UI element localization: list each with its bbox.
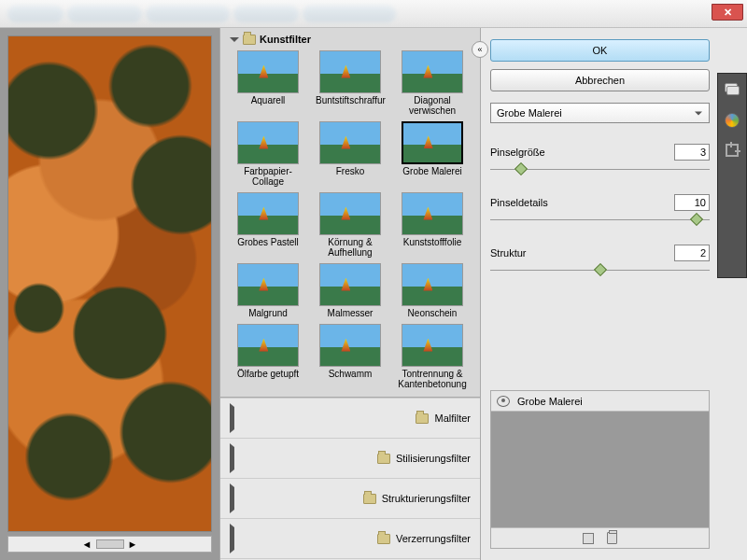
preview-scrollbar[interactable]: ◄ ►: [7, 536, 212, 553]
category-label: Kunstfilter: [260, 34, 311, 45]
category-stilisierungsfilter[interactable]: Stilisierungsfilter: [220, 438, 480, 478]
window-close-button[interactable]: ✕: [712, 4, 743, 21]
filter-thumbnail: [402, 192, 463, 235]
filter-thumbnail: [319, 192, 381, 235]
chevron-right-icon: [230, 403, 410, 433]
filter-schwamm[interactable]: Schwamm: [312, 324, 388, 389]
filter-thumbnail: [319, 263, 381, 306]
filter-kunststofffolie[interactable]: Kunststofffolie: [394, 192, 471, 258]
filter-label: Tontrennung & Kantenbetonung: [398, 369, 467, 389]
settings-pane: « OK Abbrechen Grobe Malerei Pinselgröße…: [481, 28, 747, 560]
category-label: Malfilter: [434, 413, 471, 424]
filter-label: Fresko: [336, 166, 365, 176]
filter-gallery: Kunstfilter AquarellBuntstiftschraffurDi…: [219, 28, 481, 560]
filter-label: Grobe Malerei: [402, 166, 461, 176]
category-kunstfilter[interactable]: Kunstfilter: [230, 34, 471, 45]
filter-label: Ölfarbe getupft: [237, 369, 299, 379]
filter-thumbnail: [319, 324, 381, 367]
chevron-right-icon: [230, 443, 372, 473]
color-panel-icon[interactable]: [723, 111, 741, 130]
filter-label: Körnung & Aufhellung: [316, 237, 385, 258]
filter-dropdown[interactable]: Grobe Malerei: [490, 103, 710, 123]
chevron-right-icon: [230, 483, 358, 513]
filter-thumbnail: [402, 50, 463, 93]
filter-label: Neonschein: [408, 308, 458, 318]
dropdown-value: Grobe Malerei: [497, 107, 562, 119]
struktur-slider[interactable]: [490, 263, 710, 278]
filter-thumbnail: [237, 50, 299, 93]
filter-buntstiftschraffur[interactable]: Buntstiftschraffur: [312, 50, 388, 116]
filter-thumbnail: [319, 121, 381, 164]
chevron-down-icon: [230, 37, 239, 42]
folder-icon: [243, 35, 256, 45]
filter-thumbnail: [319, 50, 381, 93]
visibility-icon[interactable]: [497, 396, 510, 407]
filter-tontrennung-kantenbetonung[interactable]: Tontrennung & Kantenbetonung: [394, 324, 471, 389]
pinselgroesse-slider[interactable]: [490, 162, 710, 177]
filter-label: Kunststofffolie: [403, 237, 461, 247]
folder-icon: [363, 494, 376, 504]
struktur-input[interactable]: [674, 245, 710, 261]
filter-thumbnail: [237, 192, 299, 235]
trash-icon[interactable]: [607, 532, 617, 544]
folder-icon: [416, 413, 429, 424]
filter-label: Malgrund: [248, 308, 288, 318]
chevron-down-icon: [695, 111, 702, 115]
filter--lfarbe-getupft[interactable]: Ölfarbe getupft: [230, 324, 306, 389]
pinselgroesse-input[interactable]: [674, 144, 710, 161]
filter-thumbnail: [237, 263, 299, 306]
effect-layer-row[interactable]: Grobe Malerei: [491, 391, 709, 412]
filter-label: Farbpapier-Collage: [233, 166, 303, 187]
filter-label: Grobes Pastell: [237, 237, 299, 247]
right-dock: [717, 73, 747, 278]
effect-layers-panel: Grobe Malerei: [490, 390, 710, 549]
pinseldetails-input[interactable]: [674, 194, 710, 211]
filter-k-rnung-aufhellung[interactable]: Körnung & Aufhellung: [312, 192, 388, 258]
filter-label: Aquarell: [251, 95, 286, 105]
new-layer-icon[interactable]: [583, 533, 594, 544]
filter-diagonal-verwischen[interactable]: Diagonal verwischen: [394, 50, 471, 116]
collapse-button[interactable]: «: [472, 41, 488, 58]
filter-thumbnail: [237, 121, 299, 164]
pinseldetails-slider[interactable]: [490, 213, 710, 228]
param-label: Struktur: [490, 247, 527, 259]
filter-thumbnail: [402, 263, 463, 306]
scroll-thumb[interactable]: [96, 539, 124, 549]
param-label: Pinselgröße: [490, 147, 545, 158]
filter-label: Buntstiftschraffur: [316, 95, 385, 105]
filter-thumbnail: [402, 121, 463, 164]
param-label: Pinseldetails: [490, 197, 548, 208]
preview-image: [7, 35, 212, 532]
filter-label: Schwamm: [329, 369, 373, 379]
category-malfilter[interactable]: Malfilter: [220, 398, 480, 438]
filter-fresko[interactable]: Fresko: [312, 121, 388, 187]
filter-malgrund[interactable]: Malgrund: [230, 263, 306, 318]
category-label: Verzerrungsfilter: [396, 533, 471, 544]
filter-label: Diagonal verwischen: [398, 95, 467, 116]
cancel-button[interactable]: Abbrechen: [490, 69, 710, 91]
filter-neonschein[interactable]: Neonschein: [394, 263, 471, 318]
category-strukturierungsfilter[interactable]: Strukturierungsfilter: [220, 478, 480, 518]
filter-grobes-pastell[interactable]: Grobes Pastell: [230, 192, 306, 258]
chevron-right-icon: [230, 524, 372, 553]
filter-aquarell[interactable]: Aquarell: [230, 50, 306, 116]
category-label: Strukturierungsfilter: [382, 493, 471, 504]
filter-malmesser[interactable]: Malmesser: [312, 263, 388, 318]
category-verzerrungsfilter[interactable]: Verzerrungsfilter: [220, 518, 480, 558]
preview-pane: ◄ ►: [0, 28, 219, 560]
layers-panel-icon[interactable]: [723, 81, 741, 100]
folder-icon: [377, 454, 390, 464]
filter-thumbnail: [402, 324, 463, 367]
scroll-right-icon[interactable]: ►: [128, 539, 138, 550]
category-label: Stilisierungsfilter: [396, 453, 471, 464]
filter-grobe-malerei[interactable]: Grobe Malerei: [394, 121, 471, 187]
scroll-left-icon[interactable]: ◄: [82, 539, 92, 550]
browser-tab-bar: [0, 0, 747, 28]
folder-icon: [377, 534, 390, 544]
crop-panel-icon[interactable]: [723, 141, 741, 160]
ok-button[interactable]: OK: [490, 39, 710, 62]
filter-farbpapier-collage[interactable]: Farbpapier-Collage: [230, 121, 306, 187]
layer-name: Grobe Malerei: [517, 396, 583, 407]
filter-thumbnail: [237, 324, 299, 367]
filter-label: Malmesser: [328, 308, 374, 318]
